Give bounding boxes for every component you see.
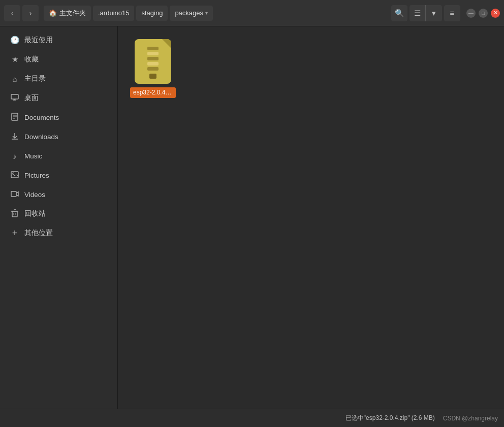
view-toggle-group: ☰ ▾ — [410, 5, 442, 21]
breadcrumb: 🏠 主文件夹 .arduino15 staging packages ▾ — [44, 6, 213, 21]
sidebar-item-pictures-label: Pictures — [24, 172, 49, 179]
breadcrumb-arduino15-label: .arduino15 — [98, 9, 129, 17]
file-label-wrapper: esp32-2.0.4.zip — [130, 87, 176, 98]
zip-stripe-4 — [147, 62, 159, 65]
breadcrumb-packages[interactable]: packages ▾ — [170, 6, 213, 21]
breadcrumb-arduino15[interactable]: .arduino15 — [93, 6, 134, 21]
sidebar-item-downloads[interactable]: Downloads — [2, 127, 115, 146]
sidebar-item-documents-label: Documents — [24, 114, 59, 121]
home-dir-icon: ⌂ — [10, 75, 19, 83]
list-view-button[interactable]: ☰ — [410, 5, 426, 21]
zip-pull — [149, 74, 156, 79]
breadcrumb-packages-label: packages — [175, 9, 203, 17]
svg-rect-11 — [11, 191, 16, 196]
breadcrumb-home-label: 主文件夹 — [59, 9, 86, 18]
maximize-button[interactable]: □ — [479, 9, 488, 18]
sidebar-item-other-locations-label: 其他位置 — [24, 228, 53, 238]
list-view-icon: ☰ — [414, 9, 421, 18]
statusbar: 已选中"esp32-2.0.4.zip" (2.6 MB) CSDN @zhan… — [0, 409, 504, 427]
content-area: esp32-2.0.4.zip — [118, 26, 504, 409]
status-credit-text: CSDN @zhangrelay — [443, 415, 498, 422]
minimize-button[interactable]: — — [466, 9, 476, 18]
file-grid: esp32-2.0.4.zip — [130, 39, 492, 98]
menu-button[interactable]: ≡ — [444, 5, 460, 21]
zip-stripe-3 — [147, 57, 159, 60]
window-controls: — □ ✕ — [466, 9, 500, 18]
nav-back-icon: ‹ — [11, 9, 14, 17]
sidebar-item-videos[interactable]: Videos — [2, 185, 115, 204]
sidebar-item-music[interactable]: ♪ Music — [2, 146, 115, 166]
svg-rect-12 — [12, 211, 17, 217]
file-icon-container — [133, 39, 173, 84]
menu-icon: ≡ — [450, 9, 455, 17]
favorites-icon: ★ — [10, 55, 19, 64]
sidebar-item-music-label: Music — [24, 152, 42, 160]
titlebar-actions: 🔍 ☰ ▾ ≡ — [391, 5, 460, 21]
sidebar-item-favorites-label: 收藏 — [24, 55, 39, 64]
breadcrumb-home[interactable]: 🏠 主文件夹 — [44, 6, 91, 21]
view-dropdown-icon: ▾ — [432, 9, 436, 18]
sidebar-item-documents[interactable]: Documents — [2, 108, 115, 127]
sidebar-item-downloads-label: Downloads — [24, 133, 58, 141]
desktop-icon — [10, 93, 19, 103]
sidebar-item-trash-label: 回收站 — [24, 209, 46, 218]
close-button[interactable]: ✕ — [491, 9, 500, 18]
pictures-icon — [10, 171, 19, 180]
sidebar-item-desktop[interactable]: 桌面 — [2, 88, 115, 108]
other-locations-icon: + — [10, 228, 19, 239]
zip-stripe-5 — [147, 67, 159, 71]
sidebar-item-desktop-label: 桌面 — [24, 93, 39, 103]
zip-stripe-2 — [147, 52, 159, 55]
zip-stripes — [147, 47, 159, 71]
file-item-esp32[interactable]: esp32-2.0.4.zip — [130, 39, 176, 98]
trash-icon — [10, 209, 19, 219]
zip-stripe-1 — [147, 47, 159, 50]
nav-forward-button[interactable]: › — [22, 5, 39, 21]
nav-forward-icon: › — [29, 9, 32, 17]
downloads-icon — [10, 132, 19, 142]
breadcrumb-packages-dropdown-icon: ▾ — [205, 10, 208, 16]
sidebar-item-trash[interactable]: 回收站 — [2, 204, 115, 223]
sidebar: 🕐 最近使用 ★ 收藏 ⌂ 主目录 桌面 — [0, 26, 118, 409]
documents-icon — [10, 113, 19, 122]
zip-icon — [135, 39, 171, 84]
sidebar-item-videos-label: Videos — [24, 191, 45, 199]
breadcrumb-staging[interactable]: staging — [136, 6, 168, 21]
breadcrumb-staging-label: staging — [141, 9, 163, 17]
recent-icon: 🕐 — [10, 36, 19, 45]
sidebar-item-home[interactable]: ⌂ 主目录 — [2, 69, 115, 88]
sidebar-item-recent[interactable]: 🕐 最近使用 — [2, 30, 115, 50]
svg-rect-9 — [11, 172, 18, 178]
svg-rect-0 — [11, 94, 18, 99]
sidebar-item-pictures[interactable]: Pictures — [2, 166, 115, 185]
sidebar-item-favorites[interactable]: ★ 收藏 — [2, 50, 115, 69]
home-icon: 🏠 — [49, 9, 57, 17]
maximize-icon: □ — [482, 10, 485, 16]
music-icon: ♪ — [10, 152, 19, 160]
videos-icon — [10, 190, 19, 199]
view-dropdown-button[interactable]: ▾ — [426, 5, 442, 21]
file-label: esp32-2.0.4.zip — [130, 87, 176, 98]
main-layout: 🕐 最近使用 ★ 收藏 ⌂ 主目录 桌面 — [0, 26, 504, 409]
sidebar-item-home-label: 主目录 — [24, 74, 46, 83]
search-button[interactable]: 🔍 — [391, 5, 407, 21]
close-icon: ✕ — [493, 10, 498, 16]
nav-back-button[interactable]: ‹ — [4, 5, 20, 21]
status-selection-text: 已选中"esp32-2.0.4.zip" (2.6 MB) — [345, 414, 435, 422]
minimize-icon: — — [468, 10, 474, 16]
sidebar-item-recent-label: 最近使用 — [24, 36, 53, 45]
sidebar-item-other-locations[interactable]: + 其他位置 — [2, 223, 115, 243]
titlebar: ‹ › 🏠 主文件夹 .arduino15 staging packages ▾… — [0, 0, 504, 26]
search-icon: 🔍 — [395, 9, 404, 18]
